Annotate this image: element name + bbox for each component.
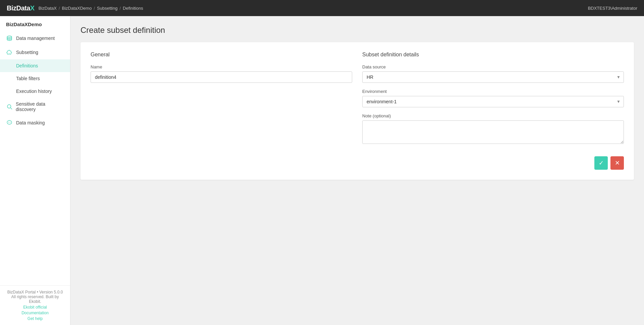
logo-text: BizData (7, 4, 30, 12)
sidebar-item-data-masking[interactable]: Data masking (0, 116, 70, 130)
sidebar: BizDataXDemo Data management Subsetting (0, 16, 70, 325)
note-group: Note (optional) (362, 113, 624, 145)
sidebar-label-subsetting: Subsetting (16, 50, 38, 55)
footer-link-ekobit[interactable]: Ekobit official (6, 305, 64, 310)
sidebar-label-execution-history: Execution history (16, 89, 52, 94)
sidebar-label-definitions: Definitions (16, 63, 38, 68)
database-icon (6, 35, 13, 42)
name-label: Name (91, 64, 352, 69)
confirm-button[interactable]: ✓ (594, 156, 608, 170)
footer-rights: All rights reserved. Built by Ekobit. (6, 294, 64, 304)
svg-point-4 (10, 122, 10, 123)
name-group: Name (91, 64, 352, 83)
sidebar-item-execution-history[interactable]: Execution history (0, 85, 70, 98)
form-card: General Name Subset definition details D… (80, 42, 634, 180)
sidebar-item-table-filters[interactable]: Table filters (0, 72, 70, 85)
svg-line-2 (10, 108, 12, 109)
note-label: Note (optional) (362, 113, 624, 118)
data-source-select[interactable]: HR Finance Operations (362, 71, 624, 83)
mask-icon (6, 119, 13, 126)
breadcrumb-item-4[interactable]: Definitions (123, 6, 143, 11)
breadcrumb-sep-1: / (59, 6, 60, 11)
sidebar-label-table-filters: Table filters (16, 76, 40, 81)
sidebar-footer: BizDataX Portal • Version 5.0.0 All righ… (0, 285, 70, 325)
main-content: Create subset definition General Name Su… (70, 16, 644, 325)
general-section-title: General (91, 52, 352, 58)
sidebar-item-data-management[interactable]: Data management (0, 31, 70, 45)
sidebar-app-name: BizDataXDemo (0, 16, 70, 31)
svg-point-3 (8, 122, 9, 123)
form-grid: General Name Subset definition details D… (91, 52, 624, 151)
search-icon (6, 103, 12, 110)
breadcrumb-item-1[interactable]: BizDataX (39, 6, 57, 11)
details-section-title: Subset definition details (362, 52, 624, 58)
form-actions: ✓ ✕ (91, 156, 624, 170)
environment-label: Environment (362, 89, 624, 94)
logo[interactable]: BizDataX (7, 4, 35, 12)
sidebar-label-data-management: Data management (16, 36, 55, 41)
logo-x: X (30, 4, 35, 12)
details-section: Subset definition details Data source HR… (362, 52, 624, 151)
breadcrumb-sep-3: / (119, 6, 121, 11)
topbar-user: BDXTEST3\Administrator (588, 6, 637, 11)
breadcrumb-item-3[interactable]: Subsetting (97, 6, 117, 11)
sidebar-label-data-masking: Data masking (16, 120, 45, 125)
data-source-select-wrapper: HR Finance Operations ▼ (362, 71, 624, 83)
puzzle-icon (6, 49, 13, 56)
breadcrumb: BizDataX / BizDataXDemo / Subsetting / D… (39, 6, 143, 11)
svg-point-0 (7, 36, 12, 38)
breadcrumb-item-2[interactable]: BizDataXDemo (62, 6, 92, 11)
note-textarea[interactable] (362, 120, 624, 144)
confirm-checkmark-icon: ✓ (599, 159, 604, 167)
cancel-button[interactable]: ✕ (610, 156, 624, 170)
sidebar-item-subsetting[interactable]: Subsetting (0, 45, 70, 59)
page-title: Create subset definition (80, 25, 634, 35)
environment-select-wrapper: environment-1 environment-2 environment-… (362, 96, 624, 107)
cancel-x-icon: ✕ (615, 159, 620, 167)
topbar: BizDataX BizDataX / BizDataXDemo / Subse… (0, 0, 644, 16)
footer-link-docs[interactable]: Documentation (6, 311, 64, 315)
sidebar-top: BizDataXDemo Data management Subsetting (0, 16, 70, 130)
name-input[interactable] (91, 71, 352, 83)
breadcrumb-sep-2: / (94, 6, 95, 11)
data-source-label: Data source (362, 64, 624, 69)
data-source-group: Data source HR Finance Operations ▼ (362, 64, 624, 83)
sidebar-label-sensitive-data-discovery: Sensitive data discovery (16, 101, 64, 112)
sidebar-item-sensitive-data-discovery[interactable]: Sensitive data discovery (0, 98, 70, 116)
topbar-left: BizDataX BizDataX / BizDataXDemo / Subse… (7, 4, 143, 12)
footer-link-help[interactable]: Get help (6, 316, 64, 321)
environment-group: Environment environment-1 environment-2 … (362, 89, 624, 107)
footer-copyright: BizDataX Portal • Version 5.0.0 (6, 290, 64, 294)
general-section: General Name (91, 52, 352, 151)
sidebar-item-definitions[interactable]: Definitions (0, 59, 70, 72)
environment-select[interactable]: environment-1 environment-2 environment-… (362, 96, 624, 107)
